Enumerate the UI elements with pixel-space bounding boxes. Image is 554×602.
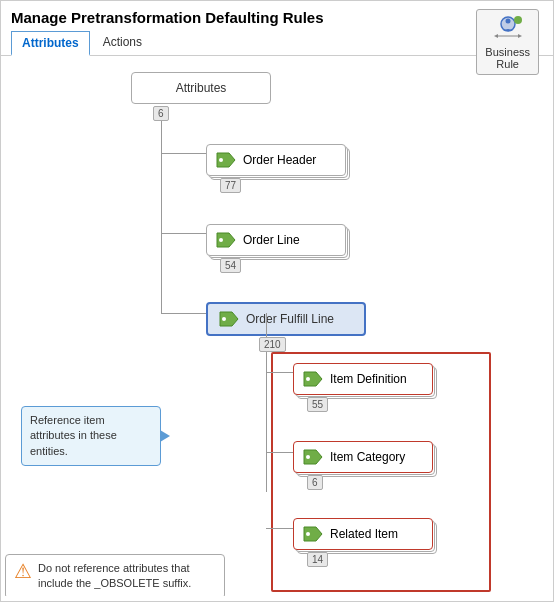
svg-point-12 [306, 532, 310, 536]
svg-point-6 [514, 16, 522, 24]
svg-point-9 [222, 317, 226, 321]
connector-v-right [266, 352, 267, 492]
warning-text: Do not reference attributes that include… [38, 561, 216, 592]
badge-6-cat: 6 [307, 475, 323, 490]
callout-warning: ⚠ Do not reference attributes that inclu… [5, 554, 225, 596]
node-attributes[interactable]: Attributes [131, 72, 271, 104]
svg-marker-5 [494, 34, 498, 38]
diagram-area: Attributes 6 Order Header 77 Orde [1, 56, 554, 596]
svg-point-8 [219, 238, 223, 242]
svg-point-7 [219, 158, 223, 162]
tabs-bar: Attributes Actions [1, 30, 553, 56]
badge-root: 6 [153, 106, 169, 121]
business-rule-icon [490, 14, 526, 46]
page-container: Manage Pretransformation Defaulting Rule… [0, 0, 554, 602]
badge-54: 54 [220, 258, 241, 273]
tab-actions[interactable]: Actions [92, 30, 153, 55]
page-title: Manage Pretransformation Defaulting Rule… [1, 1, 553, 30]
warning-icon: ⚠ [14, 561, 32, 581]
badge-210: 210 [259, 337, 286, 352]
tab-attributes[interactable]: Attributes [11, 31, 90, 56]
svg-point-11 [306, 455, 310, 459]
badge-55: 55 [307, 397, 328, 412]
badge-77: 77 [220, 178, 241, 193]
node-order-fulfill-line[interactable]: Order Fulfill Line [206, 302, 366, 336]
badge-14: 14 [307, 552, 328, 567]
callout-blue: Reference item attributes in these entit… [21, 406, 161, 466]
svg-point-2 [505, 19, 510, 24]
svg-marker-4 [518, 34, 522, 38]
connector-3 [161, 233, 162, 313]
svg-point-10 [306, 377, 310, 381]
connector-2 [161, 153, 162, 233]
